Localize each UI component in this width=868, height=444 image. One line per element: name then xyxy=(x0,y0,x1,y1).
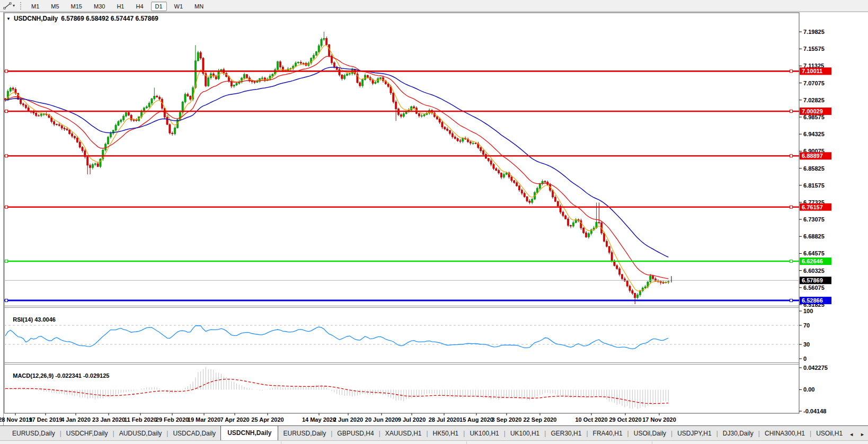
chart-tab-eurusd-daily[interactable]: EURUSD,Daily xyxy=(7,427,60,440)
rsi-indicator-label: RSI(14) 43.0046 xyxy=(6,310,56,329)
hline-handle[interactable] xyxy=(5,206,8,208)
hline-price-text: 6.62646 xyxy=(802,258,823,264)
chart-tab-usdjpy-h1[interactable]: USDJPY,H1 xyxy=(672,427,716,440)
chart-tab-usoil-daily[interactable]: USOil,Daily xyxy=(629,427,671,440)
date-tick-label: 17 Dec 2019 xyxy=(29,416,63,423)
chart-tab-eurusd-daily[interactable]: EURUSD,Daily xyxy=(278,427,331,440)
date-tick-label: 29 Feb 2020 xyxy=(156,416,189,423)
chart-tab-hk50-h1[interactable]: HK50,H1 xyxy=(428,427,464,440)
hline-price-text: 6.88897 xyxy=(802,153,823,159)
hline-handle[interactable] xyxy=(5,110,8,112)
date-tick-label: 29 Oct 2020 xyxy=(609,416,641,423)
hline-handle[interactable] xyxy=(5,70,8,73)
rsi-name: RSI(14) xyxy=(13,316,33,323)
tab-scroll-arrows: ◄ ► xyxy=(849,432,865,437)
rsi-axis: 10070300 xyxy=(799,308,813,362)
rsi-tick-label: 100 xyxy=(803,308,813,314)
chart-tab-usdcad-daily[interactable]: USDCAD,Daily xyxy=(168,427,220,440)
rsi-tick-label: 70 xyxy=(803,322,810,328)
macd-indicator-label: MACD(12,26,9) -0.022341 -0.029125 xyxy=(6,366,109,385)
macd-tick-label: -0.04148 xyxy=(803,408,826,414)
date-tick-label: 28 Nov 2019 xyxy=(0,416,32,423)
status-cell-divider xyxy=(281,441,281,444)
date-tick-label: 28 Jul 2020 xyxy=(429,416,460,423)
macd-values: -0.022341 -0.029125 xyxy=(55,372,109,379)
price-tick-label: 7.07075 xyxy=(803,80,825,86)
price-tick-label: 7.02825 xyxy=(803,97,825,103)
status-cell-divider xyxy=(652,441,652,444)
chart-tab-china300-h1[interactable]: CHINA300,H1 xyxy=(760,427,810,440)
tab-scroll-right-icon[interactable]: ► xyxy=(860,432,865,437)
date-tick-label: 23 Jan 2020 xyxy=(92,416,125,423)
chart-title: ▼ USDCNH,Daily 6.57869 6.58492 6.57447 6… xyxy=(6,15,158,22)
price-tick-label: 6.73075 xyxy=(803,216,825,223)
chart-tab-uk100-h1[interactable]: UK100,H1 xyxy=(465,427,503,440)
date-tick-label: 14 May 2020 xyxy=(302,416,336,423)
price-tick-label: 6.81575 xyxy=(803,182,825,189)
price-tick-label: 7.19825 xyxy=(803,29,825,35)
date-tick-label: 2 Jun 2020 xyxy=(333,416,363,423)
chart-tab-audusd-daily[interactable]: AUDUSD,Daily xyxy=(114,427,167,440)
date-tick-label: 3 Sep 2020 xyxy=(492,416,522,423)
chart-tab-uk100-h1[interactable]: UK100,H1 xyxy=(506,427,544,440)
chart-tab-xauusd-h1[interactable]: XAUUSD,H1 xyxy=(380,427,427,440)
chart-tab-ger30-h1[interactable]: GER30,H1 xyxy=(546,427,586,440)
hline-price-text: 6.76157 xyxy=(802,204,823,210)
hline-handle[interactable] xyxy=(790,70,793,73)
date-tick-label: 4 Jan 2020 xyxy=(61,416,91,423)
date-tick-label: 15 Aug 2020 xyxy=(459,416,493,423)
hline-price-text: 6.52866 xyxy=(802,297,823,304)
chart-tab-usdchf-daily[interactable]: USDCHF,Daily xyxy=(61,427,113,440)
macd-axis: 0.0422750.00-0.04148 xyxy=(799,365,828,414)
rsi-tick-label: 30 xyxy=(803,341,810,348)
chart-symbol-label: USDCNH,Daily xyxy=(14,15,58,22)
current-price-text: 6.57869 xyxy=(802,277,823,283)
date-tick-label: 20 Jun 2020 xyxy=(365,416,398,423)
date-tick-label: 11 Feb 2020 xyxy=(124,416,157,423)
price-tick-label: 6.60325 xyxy=(803,268,825,274)
status-bar xyxy=(0,440,868,444)
chart-canvas: 7.198257.155757.113257.070757.028256.985… xyxy=(0,0,868,444)
hline-handle[interactable] xyxy=(5,299,8,302)
date-tick-label: 22 Sep 2020 xyxy=(524,416,557,423)
macd-tick-label: 0.042275 xyxy=(803,365,828,371)
price-tick-label: 6.94325 xyxy=(803,131,825,137)
chart-tab-usdcnh-daily[interactable]: USDCNH,Daily xyxy=(220,425,278,440)
tab-scroll-left-icon[interactable]: ◄ xyxy=(849,432,854,437)
rsi-tick-label: 0 xyxy=(803,356,807,362)
macd-tick-label: 0.00 xyxy=(803,386,814,393)
hline-handle[interactable] xyxy=(790,155,793,157)
hline-handle[interactable] xyxy=(790,206,793,208)
date-tick-label: 9 Jul 2020 xyxy=(398,416,426,423)
hline-price-text: 7.00029 xyxy=(802,108,823,114)
chart-tab-bar: EURUSD,Daily|USDCHF,Daily|AUDUSD,Daily|U… xyxy=(0,426,868,440)
chart-plot-border xyxy=(4,13,799,413)
date-tick-label: 17 Nov 2020 xyxy=(642,416,676,423)
date-axis: 28 Nov 201917 Dec 20194 Jan 202023 Jan 2… xyxy=(0,413,676,423)
hline-handle[interactable] xyxy=(5,260,8,263)
price-tick-label: 6.68825 xyxy=(803,233,825,239)
hline-handle[interactable] xyxy=(790,110,793,112)
chart-tab-usoil-h1[interactable]: USOil,H1 xyxy=(811,427,847,440)
date-tick-label: 7 Apr 2020 xyxy=(220,416,249,423)
macd-name: MACD(12,26,9) xyxy=(13,372,54,379)
one-click-expander-icon[interactable]: ▼ xyxy=(6,16,11,21)
chart-tab-dj30-daily[interactable]: DJ30,Daily xyxy=(718,427,758,440)
date-tick-label: 19 Mar 2020 xyxy=(188,416,220,423)
hline-handle[interactable] xyxy=(5,155,8,157)
mt4-window: ▾ M1M5M15M30H1H4D1W1MN 7.198257.155757.1… xyxy=(0,0,868,444)
chart-ohlc-values: 6.57869 6.58492 6.57447 6.57869 xyxy=(61,15,158,22)
chart-tab-fra40-h1[interactable]: FRA40,H1 xyxy=(588,427,627,440)
status-cell-divider xyxy=(466,441,467,444)
rsi-value: 43.0046 xyxy=(34,316,56,323)
date-tick-label: 25 Apr 2020 xyxy=(251,416,284,423)
hline-handle[interactable] xyxy=(790,260,793,263)
hline-handle[interactable] xyxy=(790,299,793,302)
price-tick-label: 6.64575 xyxy=(803,250,825,256)
chart-tabs: EURUSD,Daily|USDCHF,Daily|AUDUSD,Daily|U… xyxy=(0,426,847,440)
price-tick-label: 6.85825 xyxy=(803,165,825,172)
hline-price-text: 7.10011 xyxy=(802,68,822,74)
date-tick-label: 10 Oct 2020 xyxy=(575,416,607,423)
chart-tab-gbpusd-h4[interactable]: GBPUSD,H4 xyxy=(332,427,378,440)
price-tick-label: 6.56075 xyxy=(803,285,825,291)
